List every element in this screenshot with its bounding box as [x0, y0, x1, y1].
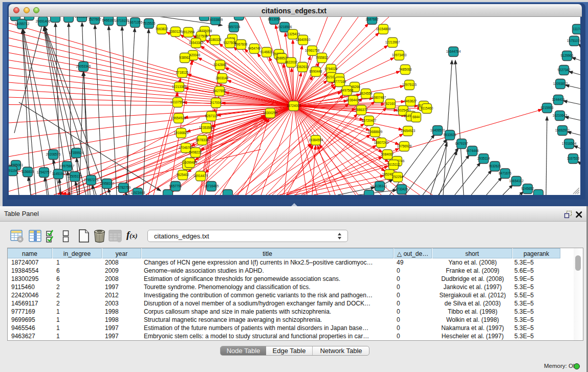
svg-text:16543382: 16543382: [189, 41, 204, 45]
svg-text:18724007: 18724007: [287, 104, 301, 107]
svg-text:9657791: 9657791: [169, 184, 182, 188]
svg-text:12975115: 12975115: [402, 83, 417, 86]
svg-text:3822037: 3822037: [285, 60, 298, 64]
svg-text:6479197: 6479197: [455, 142, 468, 145]
svg-text:12213389: 12213389: [172, 85, 187, 89]
svg-text:391194: 391194: [9, 169, 18, 172]
svg-text:15751074: 15751074: [567, 39, 580, 42]
svg-text:18300295: 18300295: [263, 111, 278, 115]
svg-text:19166829: 19166829: [174, 131, 189, 135]
svg-text:1244419: 1244419: [552, 98, 565, 101]
svg-text:16914479: 16914479: [193, 174, 208, 178]
svg-text:14136141: 14136141: [373, 184, 387, 188]
svg-text:9360124: 9360124: [169, 30, 182, 33]
svg-text:12353594: 12353594: [199, 126, 214, 129]
svg-text:9327506: 9327506: [195, 34, 208, 38]
svg-text:7625402: 7625402: [177, 173, 189, 177]
svg-text:11923448: 11923448: [130, 191, 145, 194]
svg-text:20206576: 20206576: [46, 152, 61, 156]
svg-text:11325419: 11325419: [286, 32, 300, 36]
svg-text:6497568: 6497568: [341, 89, 354, 92]
svg-text:16154808: 16154808: [376, 27, 391, 31]
svg-text:9227342: 9227342: [558, 68, 571, 72]
svg-text:1167533: 1167533: [567, 157, 580, 160]
svg-text:9474444: 9474444: [466, 149, 479, 152]
svg-text:20691406: 20691406: [36, 19, 51, 23]
svg-text:15716485: 15716485: [204, 184, 219, 188]
svg-text:10653287: 10653287: [75, 17, 90, 18]
svg-text:29053346: 29053346: [76, 64, 91, 68]
svg-text:16644784: 16644784: [446, 50, 461, 53]
svg-text:252254: 252254: [392, 175, 403, 179]
svg-text:10688609: 10688609: [368, 130, 383, 134]
svg-text:2967608: 2967608: [235, 42, 248, 46]
svg-text:8471676: 8471676: [499, 171, 512, 175]
svg-text:9146821: 9146821: [260, 50, 273, 54]
svg-text:8912954: 8912954: [182, 30, 195, 34]
svg-text:2803144: 2803144: [216, 76, 229, 80]
svg-text:19218506: 19218506: [277, 25, 292, 29]
svg-text:1733426: 1733426: [396, 187, 408, 191]
svg-text:10961758: 10961758: [305, 49, 320, 52]
svg-text:8878334: 8878334: [196, 138, 209, 142]
svg-text:18807249: 18807249: [374, 141, 389, 144]
svg-text:19756928: 19756928: [397, 144, 412, 148]
svg-text:8267110: 8267110: [205, 114, 218, 118]
svg-text:10958107: 10958107: [100, 182, 115, 185]
svg-text:11174: 11174: [573, 27, 580, 31]
svg-text:7515526: 7515526: [143, 21, 156, 25]
svg-text:3824554: 3824554: [360, 92, 373, 95]
svg-text:62160: 62160: [386, 102, 395, 105]
svg-text:8186328: 8186328: [209, 38, 222, 41]
svg-text:7663822: 7663822: [156, 27, 168, 31]
svg-text:16671355: 16671355: [128, 20, 143, 24]
svg-text:10973493: 10973493: [392, 53, 407, 57]
svg-text:19384554: 19384554: [309, 138, 323, 142]
svg-text:19654925: 19654925: [171, 116, 186, 120]
svg-text:8990448: 8990448: [310, 70, 322, 73]
svg-text:9463627: 9463627: [404, 99, 417, 103]
svg-text:5498222: 5498222: [189, 150, 202, 154]
svg-text:2718126: 2718126: [176, 71, 189, 74]
svg-text:1156819: 1156819: [21, 170, 34, 173]
svg-text:5933928: 5933928: [444, 133, 456, 137]
svg-text:7485063: 7485063: [399, 68, 412, 71]
svg-text:8454749: 8454749: [248, 47, 261, 50]
svg-text:938962: 938962: [179, 56, 190, 59]
svg-text:1527602: 1527602: [89, 17, 101, 21]
svg-text:9129966: 9129966: [561, 54, 574, 57]
svg-text:9777169: 9777169: [334, 80, 346, 83]
svg-text:2687682: 2687682: [366, 17, 379, 21]
svg-text:6466160: 6466160: [102, 18, 115, 22]
svg-text:6844: 6844: [412, 115, 420, 119]
svg-text:18640910: 18640910: [296, 38, 311, 41]
svg-text:16210643: 16210643: [553, 114, 568, 117]
svg-text:17359924: 17359924: [69, 151, 84, 155]
svg-text:9084067: 9084067: [381, 152, 394, 156]
svg-text:19975887: 19975887: [60, 164, 75, 168]
svg-text:16099489: 16099489: [183, 161, 198, 164]
svg-text:16782759: 16782759: [116, 186, 131, 189]
svg-text:917004: 917004: [210, 101, 222, 104]
svg-text:7632621: 7632621: [489, 164, 502, 168]
svg-text:1362615: 1362615: [296, 65, 309, 69]
svg-text:8813054: 8813054: [268, 17, 281, 21]
svg-text:10654112: 10654112: [509, 179, 524, 183]
svg-text:16033809: 16033809: [208, 18, 223, 21]
svg-text:8427552: 8427552: [213, 89, 226, 93]
svg-text:10807487: 10807487: [372, 96, 386, 99]
svg-text:7886372: 7886372: [355, 108, 368, 112]
svg-text:6794028: 6794028: [325, 67, 338, 71]
svg-text:7857224: 7857224: [228, 25, 241, 29]
svg-text:12505135: 12505135: [68, 174, 82, 178]
svg-text:17016504: 17016504: [562, 142, 577, 145]
svg-text:16409570: 16409570: [430, 128, 445, 132]
svg-text:1145194: 1145194: [52, 172, 65, 176]
svg-text:15720407: 15720407: [362, 119, 377, 122]
svg-text:9245652: 9245652: [521, 187, 534, 190]
svg-text:15692971: 15692971: [555, 128, 570, 132]
svg-text:14055712: 14055712: [15, 22, 30, 26]
svg-text:12093872: 12093872: [553, 82, 568, 85]
svg-text:19654923: 19654923: [401, 129, 416, 133]
svg-text:10719155: 10719155: [115, 19, 129, 23]
